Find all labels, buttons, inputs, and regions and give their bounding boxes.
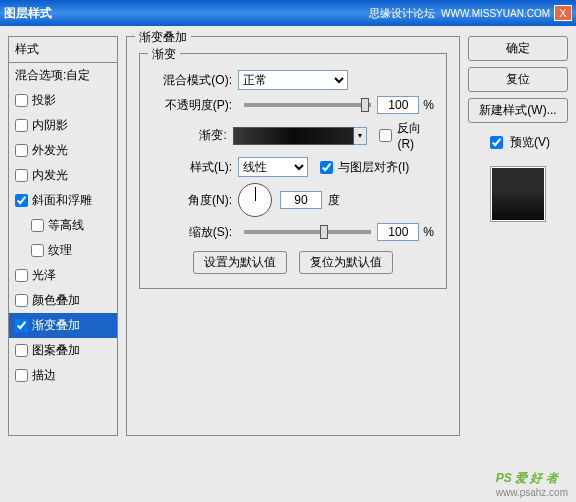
style-select[interactable]: 线性 [238,157,308,177]
style-label: 纹理 [48,242,72,259]
percent-label: % [423,98,434,112]
style-item[interactable]: 光泽 [9,263,117,288]
style-checkbox[interactable] [15,344,28,357]
style-checkbox[interactable] [15,319,28,332]
style-checkbox[interactable] [15,169,28,182]
gradient-overlay-panel: 渐变叠加 渐变 混合模式(O): 正常 不透明度(P): % 渐变: ▾ 反向(… [126,36,460,436]
style-label: 内发光 [32,167,68,184]
preview-swatch [490,166,546,222]
style-item[interactable]: 外发光 [9,138,117,163]
gradient-dropdown[interactable]: ▾ [354,127,367,145]
gradient-group: 渐变 混合模式(O): 正常 不透明度(P): % 渐变: ▾ 反向(R) [139,53,447,289]
style-checkbox[interactable] [15,119,28,132]
opacity-input[interactable] [377,96,419,114]
style-label: 等高线 [48,217,84,234]
set-default-button[interactable]: 设置为默认值 [193,251,287,274]
new-style-button[interactable]: 新建样式(W)... [468,98,568,123]
scale-input[interactable] [377,223,419,241]
style-checkbox[interactable] [15,294,28,307]
style-item[interactable]: 内发光 [9,163,117,188]
gradient-label: 渐变: [152,127,227,144]
reverse-checkbox[interactable]: 反向(R) [375,120,434,151]
angle-label: 角度(N): [152,192,232,209]
style-item[interactable]: 纹理 [9,238,117,263]
style-checkbox[interactable] [15,144,28,157]
style-label: 外发光 [32,142,68,159]
opacity-label: 不透明度(P): [152,97,232,114]
styles-header[interactable]: 样式 [9,37,117,63]
angle-dial[interactable] [238,183,272,217]
ok-button[interactable]: 确定 [468,36,568,61]
style-item[interactable]: 颜色叠加 [9,288,117,313]
style-label: 样式(L): [152,159,232,176]
scale-slider[interactable] [244,230,371,234]
style-checkbox[interactable] [31,244,44,257]
style-item[interactable]: 投影 [9,88,117,113]
style-label: 光泽 [32,267,56,284]
blend-mode-select[interactable]: 正常 [238,70,348,90]
style-label: 渐变叠加 [32,317,80,334]
blend-mode-label: 混合模式(O): [152,72,232,89]
preview-checkbox[interactable]: 预览(V) [468,133,568,152]
blend-options[interactable]: 混合选项:自定 [9,63,117,88]
style-item[interactable]: 图案叠加 [9,338,117,363]
style-label: 内阴影 [32,117,68,134]
style-item[interactable]: 斜面和浮雕 [9,188,117,213]
style-label: 图案叠加 [32,342,80,359]
brand-text: 思缘设计论坛 [369,6,435,21]
window-title: 图层样式 [4,5,369,22]
gradient-preview[interactable] [233,127,355,145]
style-label: 描边 [32,367,56,384]
brand-url: WWW.MISSYUAN.COM [441,8,550,19]
watermark: PS 爱 好 者 www.psahz.com [496,464,568,498]
style-checkbox[interactable] [15,94,28,107]
degree-label: 度 [328,192,340,209]
angle-input[interactable] [280,191,322,209]
style-checkbox[interactable] [31,219,44,232]
style-label: 斜面和浮雕 [32,192,92,209]
style-item[interactable]: 等高线 [9,213,117,238]
panel-title: 渐变叠加 [135,29,191,46]
style-item[interactable]: 内阴影 [9,113,117,138]
align-checkbox[interactable]: 与图层对齐(I) [316,158,409,177]
style-item[interactable]: 渐变叠加 [9,313,117,338]
titlebar: 图层样式 思缘设计论坛 WWW.MISSYUAN.COM X [0,0,576,26]
cancel-button[interactable]: 复位 [468,67,568,92]
opacity-slider[interactable] [244,103,371,107]
style-checkbox[interactable] [15,369,28,382]
gradient-group-label: 渐变 [148,46,180,63]
style-checkbox[interactable] [15,194,28,207]
scale-label: 缩放(S): [152,224,232,241]
close-button[interactable]: X [554,5,572,21]
style-item[interactable]: 描边 [9,363,117,388]
style-checkbox[interactable] [15,269,28,282]
style-label: 投影 [32,92,56,109]
reset-default-button[interactable]: 复位为默认值 [299,251,393,274]
styles-list: 样式 混合选项:自定 投影内阴影外发光内发光斜面和浮雕等高线纹理光泽颜色叠加渐变… [8,36,118,436]
style-label: 颜色叠加 [32,292,80,309]
